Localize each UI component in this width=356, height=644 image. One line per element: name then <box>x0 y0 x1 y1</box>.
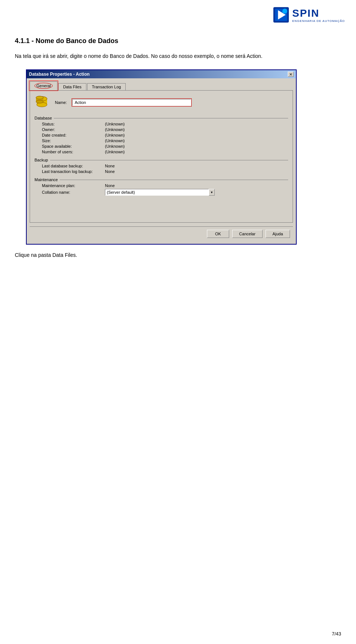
prop-owner: Owner: (Unknown) <box>42 127 288 132</box>
tab-transaction-log[interactable]: Transaction Log <box>87 83 126 90</box>
ok-button[interactable]: OK <box>207 230 229 238</box>
section-database: Database Status: (Unknown) Owner: (Unkno… <box>34 116 288 154</box>
prop-last-txlog-val: None <box>105 169 115 174</box>
svg-point-11 <box>36 96 43 99</box>
intro-text: Na tela que irá se abrir, digite o nome … <box>15 52 341 60</box>
prop-maintenance-plan: Maintenance plan: None <box>42 183 288 188</box>
spin-logo-icon <box>272 6 290 24</box>
prop-date-val: (Unknown) <box>105 133 125 137</box>
collation-dropdown-button[interactable]: ▼ <box>209 189 215 196</box>
prop-date-created: Date created: (Unknown) <box>42 133 288 137</box>
tab-data-files[interactable]: Data Files <box>58 83 86 90</box>
dialog-wrapper: Database Properties - Action ✕ General D… <box>26 69 297 245</box>
prop-collation-key: Collation name: <box>42 190 105 194</box>
section-maintenance-rows: Maintenance plan: None Collation name: (… <box>34 183 288 196</box>
dialog: Database Properties - Action ✕ General D… <box>26 69 297 245</box>
database-name-input[interactable] <box>72 99 191 106</box>
spacer <box>34 199 288 218</box>
section-maintenance: Maintenance Maintenance plan: None Colla… <box>34 177 288 196</box>
prop-status-key: Status: <box>42 122 105 126</box>
dialog-buttons: OK Cancelar Ajuda <box>30 226 293 241</box>
tab-general-label: General <box>34 83 53 89</box>
prop-owner-val: (Unknown) <box>105 127 125 132</box>
logo-text-group: SPIN ENGENHARIA DE AUTOMAÇÃO <box>292 7 345 23</box>
logo-subtitle-label: ENGENHARIA DE AUTOMAÇÃO <box>292 19 345 23</box>
collation-select-display: (Server default) <box>105 189 209 196</box>
logo-area: SPIN ENGENHARIA DE AUTOMAÇÃO <box>272 6 345 24</box>
prop-status: Status: (Unknown) <box>42 122 288 126</box>
footer-text: Clique na pasta Data Files. <box>15 252 341 258</box>
ajuda-button[interactable]: Ajuda <box>266 230 290 238</box>
prop-last-db-backup-val: None <box>105 164 115 168</box>
prop-status-val: (Unknown) <box>105 122 125 126</box>
prop-size: Size: (Unknown) <box>42 138 288 143</box>
prop-num-users: Number of users: (Unknown) <box>42 150 288 154</box>
page-container: SPIN ENGENHARIA DE AUTOMAÇÃO 4.1.1 - Nom… <box>0 0 356 644</box>
prop-size-val: (Unknown) <box>105 138 125 143</box>
tab-transaction-log-label: Transaction Log <box>92 85 121 89</box>
section-maintenance-label: Maintenance <box>34 177 288 182</box>
prop-date-key: Date created: <box>42 133 105 137</box>
svg-point-10 <box>36 100 43 103</box>
dialog-title: Database Properties - Action <box>29 72 90 77</box>
page-number: 7/43 <box>332 631 341 637</box>
section-backup-rows: Last database backup: None Last transact… <box>34 164 288 174</box>
section-database-rows: Status: (Unknown) Owner: (Unknown) Date … <box>34 122 288 154</box>
prop-collation: Collation name: (Server default) ▼ <box>42 189 288 196</box>
tab-panel-general: Name: Database Status: (Unknown) <box>30 90 293 223</box>
prop-last-txlog-key: Last transaction log backup: <box>42 169 105 174</box>
section-heading: 4.1.1 - Nome do Banco de Dados <box>15 37 341 45</box>
section-database-label: Database <box>34 116 288 120</box>
tabs-row: General Data Files Transaction Log <box>30 81 293 90</box>
dialog-body: General Data Files Transaction Log <box>27 78 296 244</box>
svg-point-3 <box>282 9 287 13</box>
prop-last-db-backup-key: Last database backup: <box>42 164 105 168</box>
prop-last-txlog-backup: Last transaction log backup: None <box>42 169 288 174</box>
prop-space-available: Space available: (Unknown) <box>42 144 288 148</box>
database-icon <box>34 95 49 110</box>
logo-spin-label: SPIN <box>292 7 345 19</box>
prop-space-val: (Unknown) <box>105 144 125 148</box>
prop-users-val: (Unknown) <box>105 150 125 154</box>
dialog-close-button[interactable]: ✕ <box>288 72 294 77</box>
prop-maintenance-plan-key: Maintenance plan: <box>42 183 105 188</box>
tab-data-files-label: Data Files <box>63 85 82 89</box>
section-backup-label: Backup <box>34 158 288 162</box>
prop-size-key: Size: <box>42 138 105 143</box>
name-field-label: Name: <box>55 100 67 105</box>
prop-space-key: Space available: <box>42 144 105 148</box>
cancelar-button[interactable]: Cancelar <box>232 230 263 238</box>
collation-select-wrapper: (Server default) ▼ <box>105 189 215 196</box>
section-backup: Backup Last database backup: None Last t… <box>34 158 288 174</box>
name-row: Name: <box>34 95 288 110</box>
collation-value: (Server default) <box>107 190 135 194</box>
prop-maintenance-plan-val: None <box>105 183 115 188</box>
prop-last-db-backup: Last database backup: None <box>42 164 288 168</box>
prop-users-key: Number of users: <box>42 150 105 154</box>
tab-general[interactable]: General <box>30 81 57 90</box>
prop-owner-key: Owner: <box>42 127 105 132</box>
dialog-titlebar: Database Properties - Action ✕ <box>27 70 296 78</box>
